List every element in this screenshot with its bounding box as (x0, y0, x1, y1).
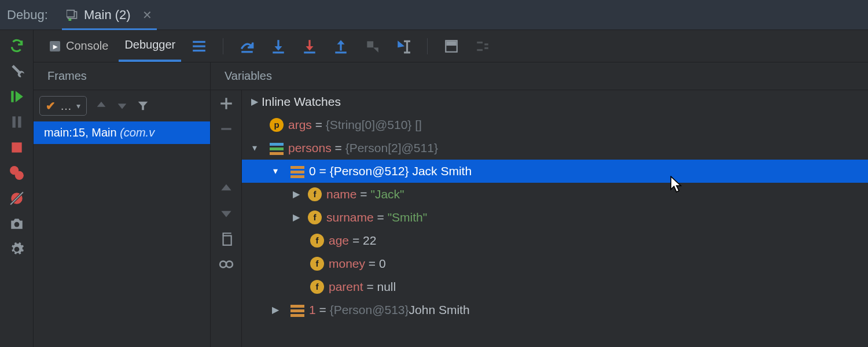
debug-header: Debug: Main (2) ✕ (0, 0, 868, 30)
inline-watches-row[interactable]: ▶ Inline Watches (242, 90, 868, 113)
var-value-name: John Smith (409, 298, 470, 322)
object-icon (290, 164, 304, 178)
settings-icon[interactable] (9, 242, 24, 257)
svg-marker-4 (15, 91, 23, 102)
svg-marker-28 (373, 47, 378, 53)
var-value: {String[0]@510} [] (326, 113, 422, 136)
var-value-obj: {Person@513} (330, 298, 409, 322)
check-icon: ✔ (46, 99, 56, 113)
camera-icon[interactable] (9, 216, 24, 231)
trace-icon[interactable] (475, 39, 490, 54)
svg-marker-46 (118, 104, 127, 109)
remove-watch-icon[interactable] (219, 121, 234, 136)
var-name: persons (288, 136, 332, 160)
thread-select-label: … (60, 99, 72, 113)
var-index: 1 (309, 298, 316, 322)
svg-rect-7 (12, 142, 21, 152)
frame-text: main:15, Main (44, 126, 120, 139)
svg-marker-19 (275, 46, 282, 51)
collapse-icon[interactable]: ▾ (269, 160, 282, 183)
field-key: surname (326, 206, 374, 229)
var-surname-field[interactable]: ▶ f surname = "Smith" (242, 206, 868, 229)
field-badge-icon: f (308, 211, 322, 224)
frames-header: Frames (34, 62, 210, 90)
variables-panel: Variables (211, 62, 868, 347)
rerun-icon[interactable] (9, 38, 24, 53)
resume-icon[interactable] (9, 89, 24, 104)
frame-entry[interactable]: main:15, Main (com.v (34, 121, 210, 144)
drop-frame-icon[interactable] (365, 39, 380, 54)
var-name-field[interactable]: ▶ f name = "Jack" (242, 183, 868, 206)
next-frame-icon[interactable] (116, 99, 128, 112)
variables-header: Variables (211, 62, 868, 90)
var-value: {Person[2]@511} (345, 136, 438, 160)
step-over-icon[interactable] (240, 39, 255, 54)
chevron-down-icon: ▾ (76, 101, 80, 110)
field-key: parent (329, 275, 363, 298)
copy-icon[interactable] (219, 231, 234, 246)
new-watch-icon[interactable] (219, 96, 234, 111)
expand-icon[interactable]: ▶ (269, 298, 282, 322)
frames-toolbar: ✔ … ▾ (34, 90, 210, 121)
var-persons-0[interactable]: ▾ 0 = {Person@512} Jack Smith (242, 160, 868, 183)
wrench-icon[interactable] (9, 64, 24, 79)
console-tab[interactable]: ▸ Console (44, 37, 114, 55)
run-tab-label: Main (2) (84, 8, 131, 23)
expand-icon[interactable]: ▶ (289, 183, 303, 206)
svg-marker-45 (97, 102, 106, 107)
var-args[interactable]: p args = {String[0]@510} [] (242, 113, 868, 136)
var-value: {Person@512} Jack Smith (330, 160, 472, 183)
run-config-icon (67, 9, 78, 21)
run-to-cursor-icon[interactable] (396, 39, 411, 54)
var-age-field[interactable]: f age = 22 (242, 229, 868, 252)
svg-marker-52 (221, 211, 231, 217)
var-persons[interactable]: ▾ persons = {Person[2]@511} (242, 136, 868, 160)
debugger-tab[interactable]: Debugger (119, 30, 181, 62)
debug-toolbar: ▸ Console Debugger (34, 30, 868, 62)
svg-rect-53 (223, 236, 231, 245)
field-val: null (377, 275, 396, 298)
mute-breakpoints-icon[interactable] (9, 191, 24, 206)
up-icon[interactable] (219, 180, 234, 195)
down-icon[interactable] (219, 206, 234, 221)
thread-list-icon[interactable] (192, 39, 207, 54)
stop-icon[interactable] (9, 140, 24, 155)
close-icon[interactable]: ✕ (137, 8, 152, 22)
expand-icon[interactable]: ▶ (248, 90, 262, 113)
filter-icon[interactable] (137, 99, 149, 112)
svg-rect-1 (67, 10, 74, 17)
var-money-field[interactable]: f money = 0 (242, 252, 868, 275)
var-parent-field[interactable]: f parent = null (242, 275, 868, 298)
console-label: Console (66, 39, 108, 53)
svg-point-9 (14, 171, 23, 180)
field-key: name (326, 183, 357, 206)
field-badge-icon: f (308, 187, 322, 201)
evaluate-icon[interactable] (444, 39, 459, 54)
object-icon (290, 303, 304, 317)
collapse-icon[interactable]: ▾ (248, 136, 262, 160)
svg-marker-22 (306, 46, 314, 51)
prev-frame-icon[interactable] (95, 99, 108, 112)
expand-icon[interactable]: ▶ (289, 206, 303, 229)
var-persons-1[interactable]: ▶ 1 = {Person@513} John Smith (242, 298, 868, 322)
field-badge-icon: f (310, 280, 324, 294)
breakpoints-icon[interactable] (9, 165, 24, 180)
debug-title: Debug: (7, 8, 62, 23)
watches-icon[interactable] (219, 257, 234, 272)
svg-marker-51 (221, 184, 231, 191)
field-val: 0 (379, 252, 386, 275)
debug-run-tab[interactable]: Main (2) ✕ (62, 1, 157, 31)
step-into-icon[interactable] (271, 39, 286, 54)
step-out-icon[interactable] (333, 39, 348, 54)
left-gutter (0, 30, 34, 347)
svg-point-13 (14, 222, 19, 227)
param-badge-icon: p (270, 118, 284, 132)
field-val: "Jack" (370, 183, 404, 206)
variables-tree: ▶ Inline Watches p args = {String[0]@510… (242, 90, 868, 347)
field-val: "Smith" (388, 206, 428, 229)
force-step-into-icon[interactable] (302, 39, 317, 54)
thread-selector[interactable]: ✔ … ▾ (39, 96, 87, 116)
variables-gutter (211, 90, 242, 347)
svg-rect-34 (447, 42, 456, 45)
pause-icon[interactable] (9, 115, 24, 130)
